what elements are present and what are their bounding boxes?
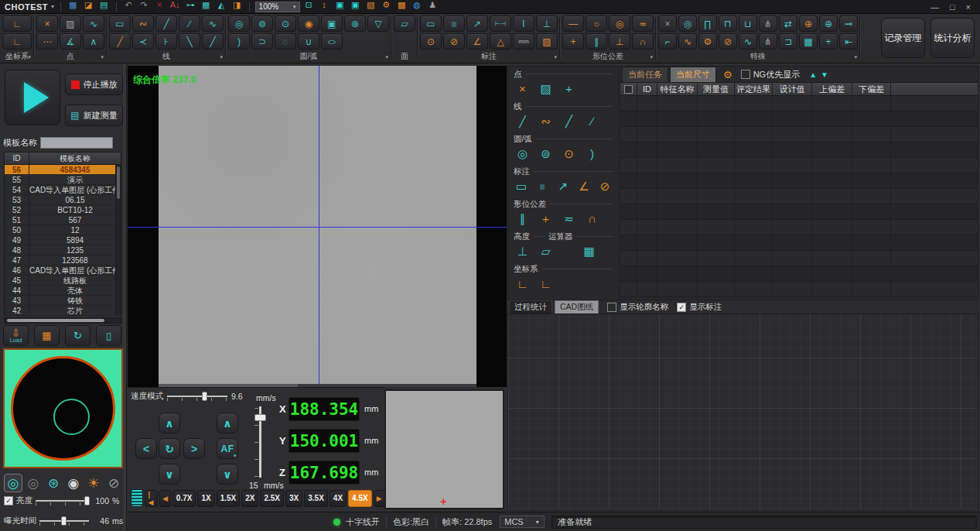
ring-light-outer-button[interactable]: ◎ <box>24 474 43 492</box>
ring-light-button[interactable]: ◎ <box>4 474 22 492</box>
goto-first-button[interactable]: |◀ <box>145 490 158 507</box>
stage-down-button[interactable]: ∨ <box>159 464 180 485</box>
group-dropdown-icon[interactable]: ▾ <box>554 54 557 60</box>
special-ring-button[interactable]: ◎ <box>678 15 697 32</box>
point-angle-button[interactable]: ∡ <box>60 33 81 50</box>
delete-template-button[interactable]: ▯ <box>96 325 121 346</box>
key-icon[interactable]: ⊶ <box>184 1 197 12</box>
dim-length-button[interactable]: ▭ <box>513 177 530 195</box>
special-pick-button[interactable]: × <box>658 15 677 32</box>
template-row[interactable]: 55演示 <box>5 175 121 185</box>
line-midline-button[interactable]: ╱ <box>109 33 131 50</box>
csys-machine-button[interactable]: ∟ <box>2 15 32 32</box>
color-mode-status[interactable]: 色彩:黑白 <box>393 516 429 528</box>
delete-icon[interactable]: × <box>153 1 166 12</box>
crosshair-status[interactable]: 十字线开 <box>346 516 380 528</box>
ng-priority-checkbox[interactable] <box>741 70 750 79</box>
gdt-roundness-button[interactable]: ○ <box>586 15 607 32</box>
print-icon[interactable]: ▤ <box>97 1 111 12</box>
show-annotation-checkbox[interactable] <box>677 303 686 312</box>
template-row[interactable]: 52BCT10-12 <box>5 205 121 215</box>
height-plane-button[interactable]: ▱ <box>536 242 555 260</box>
height-point-button[interactable]: ⊥ <box>513 242 532 260</box>
point-peak-button[interactable]: ∿ <box>83 15 104 32</box>
line-two-point-button[interactable]: ∕ <box>179 15 200 32</box>
redo-icon[interactable]: ↷ <box>138 1 151 12</box>
coaxial-light-button[interactable]: ◉ <box>64 474 83 492</box>
special-cross-button[interactable]: + <box>819 33 838 50</box>
csys-build-button[interactable]: ∟ <box>513 275 532 293</box>
panel-splitter[interactable] <box>123 63 126 531</box>
template-row[interactable]: 5012 <box>5 225 121 235</box>
calibration-grid-icon[interactable]: ▩ <box>395 1 408 12</box>
show-outline-checkbox[interactable] <box>607 303 616 312</box>
arc-points-button[interactable]: ∪ <box>298 33 319 50</box>
special-pill-button[interactable]: ⊸ <box>839 15 858 32</box>
select-all-checkbox[interactable] <box>624 85 633 94</box>
segment-light-button[interactable]: ⊛ <box>44 474 63 492</box>
new-measure-button[interactable]: ▤ 新建测量 <box>65 104 123 126</box>
tab-process-statistics[interactable]: 过程统计 <box>509 300 552 314</box>
tab-cad-drawing[interactable]: CAD图纸 <box>555 300 599 314</box>
undo-icon[interactable]: ↶ <box>122 1 135 12</box>
zoom-level-4.5x-button[interactable]: 4.5X <box>348 490 372 507</box>
move-down-icon[interactable]: ▼ <box>821 70 828 79</box>
brightness-checkbox[interactable] <box>4 496 13 505</box>
camera-viewport[interactable]: 综合倍率 237.0 <box>128 66 507 387</box>
line-scan-button[interactable]: ∾ <box>536 112 555 130</box>
refresh-template-button[interactable]: ↻ <box>65 325 90 346</box>
dim-mm-button[interactable]: mm <box>513 33 534 50</box>
record-management-button[interactable]: 记录管理 <box>881 18 925 58</box>
template-row[interactable]: 51567 <box>5 215 121 225</box>
point-edge-button[interactable]: ▨ <box>60 15 81 32</box>
gdt-profile-button[interactable]: ∩ <box>632 33 654 50</box>
line-scan-button[interactable]: ∾ <box>132 15 154 32</box>
brightness-slider[interactable] <box>36 495 89 506</box>
cube-3d-icon[interactable]: ▧ <box>364 1 377 12</box>
scroll-thumb[interactable] <box>117 166 120 199</box>
plane-button[interactable]: ▱ <box>394 15 415 32</box>
special-swap-button[interactable]: ⇄ <box>779 15 797 32</box>
dim-angle-button[interactable]: ∠ <box>466 33 488 50</box>
dim-point-button[interactable]: ↗ <box>466 15 488 32</box>
results-settings-gear-icon[interactable]: ⚙ <box>723 69 732 81</box>
autofocus-button[interactable]: AF <box>217 438 238 459</box>
stage-center-button[interactable]: ↻ <box>159 438 180 459</box>
arc-button[interactable]: ) <box>582 145 602 163</box>
zoom-level-3.5x-button[interactable]: 3.5X <box>304 490 328 507</box>
move-up-icon[interactable]: ▲ <box>809 70 817 79</box>
tab-current-task[interactable]: 当前任务 <box>622 67 668 83</box>
zoom-level-1.5x-button[interactable]: 1.5X <box>217 490 241 507</box>
template-row[interactable]: 564584345 <box>5 165 121 175</box>
dim-perp-button[interactable]: ⊥ <box>536 15 558 32</box>
dim-width-button[interactable]: ⊢⊣ <box>490 15 511 32</box>
template-row[interactable]: 481235 <box>5 245 121 255</box>
special-tools-button[interactable]: ⋔ <box>759 33 777 50</box>
save-icon[interactable]: ▦ <box>67 1 80 12</box>
group-dropdown-icon[interactable]: ▾ <box>385 54 388 60</box>
line-perpendicular-button[interactable]: ⊦ <box>155 33 177 50</box>
dim-point-button[interactable]: ↗ <box>555 177 572 195</box>
group-dropdown-icon[interactable]: ▾ <box>28 54 31 60</box>
point-sequence-button[interactable]: ⋯ <box>36 33 58 50</box>
line-gauge-button[interactable]: ▭ <box>109 15 131 32</box>
height-measure-icon[interactable]: ↕ <box>318 1 331 12</box>
template-row[interactable]: 45线路板 <box>5 276 121 286</box>
line-thick-button[interactable]: ╱ <box>513 112 532 130</box>
point-cross-button[interactable]: + <box>559 80 579 98</box>
maximize-button[interactable]: □ <box>950 2 955 12</box>
speed-slider[interactable] <box>167 391 227 402</box>
special-bracket-button[interactable]: ⇤ <box>839 33 858 50</box>
z-speed-slider[interactable] <box>254 406 265 478</box>
dim-angle2-button[interactable]: △ <box>490 33 511 50</box>
group-dropdown-icon[interactable]: ▾ <box>650 54 653 60</box>
special-calc-button[interactable]: ▦ <box>799 33 818 50</box>
dim-area-button[interactable]: ▨ <box>536 33 558 50</box>
zoom-level-1x-button[interactable]: 1X <box>197 490 214 507</box>
grid-table-icon[interactable]: ▦ <box>200 1 213 12</box>
template-name-input[interactable] <box>40 137 113 149</box>
line-offset-button[interactable]: ╲ <box>179 33 200 50</box>
stage-thumbnail[interactable]: + <box>384 389 504 509</box>
dim-height-button[interactable]: I <box>513 15 534 32</box>
tab-current-dimension[interactable]: 当前尺寸 <box>670 67 716 83</box>
